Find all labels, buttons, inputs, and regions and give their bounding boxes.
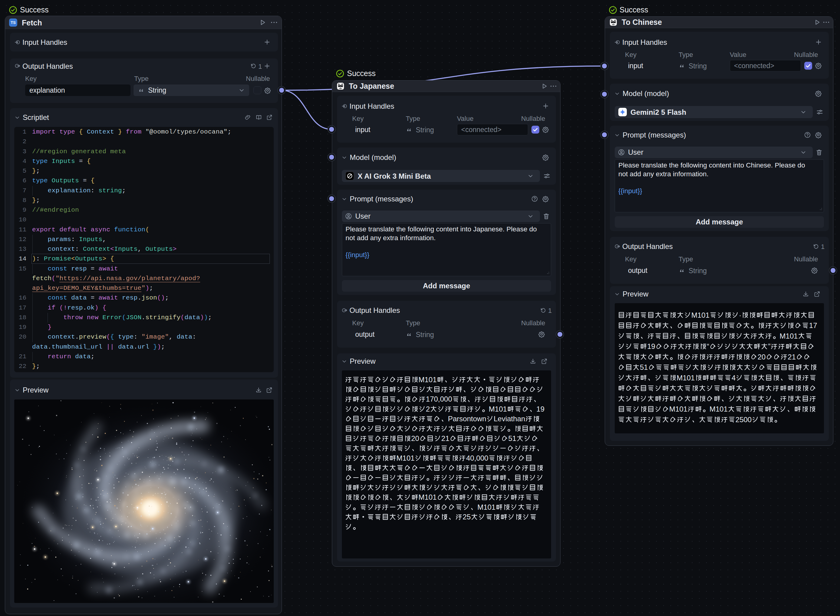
svg-text:M101: M101 bbox=[710, 405, 728, 413]
svg-text:Parsontown: Parsontown bbox=[448, 415, 486, 423]
svg-text:Leviathan: Leviathan bbox=[494, 415, 525, 423]
svg-text:25: 25 bbox=[463, 513, 471, 521]
svg-text:M101: M101 bbox=[418, 493, 437, 501]
svg-text:M101: M101 bbox=[489, 405, 507, 413]
svg-text:“: “ bbox=[707, 342, 709, 351]
svg-text:20: 20 bbox=[758, 353, 766, 361]
svg-text:·: · bbox=[739, 311, 741, 319]
svg-text:M101: M101 bbox=[691, 311, 710, 319]
svg-text:51: 51 bbox=[640, 363, 648, 371]
svg-text:M101: M101 bbox=[676, 374, 695, 382]
svg-text:2: 2 bbox=[426, 405, 430, 413]
svg-text:M101: M101 bbox=[669, 405, 688, 413]
svg-text:17: 17 bbox=[809, 321, 817, 330]
svg-text:40,000: 40,000 bbox=[466, 454, 488, 462]
svg-text:M101: M101 bbox=[477, 503, 495, 511]
svg-text:M101: M101 bbox=[780, 332, 798, 340]
svg-text:M101: M101 bbox=[418, 375, 437, 384]
svg-text:19: 19 bbox=[647, 342, 655, 351]
svg-text:19: 19 bbox=[536, 405, 544, 413]
svg-text:21: 21 bbox=[441, 434, 449, 443]
svg-text:20: 20 bbox=[411, 434, 419, 443]
svg-text:4: 4 bbox=[732, 374, 736, 382]
svg-text:170,000: 170,000 bbox=[426, 395, 452, 403]
svg-text:”: ” bbox=[768, 342, 770, 351]
svg-text:2500: 2500 bbox=[736, 415, 752, 424]
svg-text:M101: M101 bbox=[396, 454, 415, 462]
svg-text:21: 21 bbox=[787, 353, 796, 361]
svg-text:51: 51 bbox=[508, 434, 516, 443]
